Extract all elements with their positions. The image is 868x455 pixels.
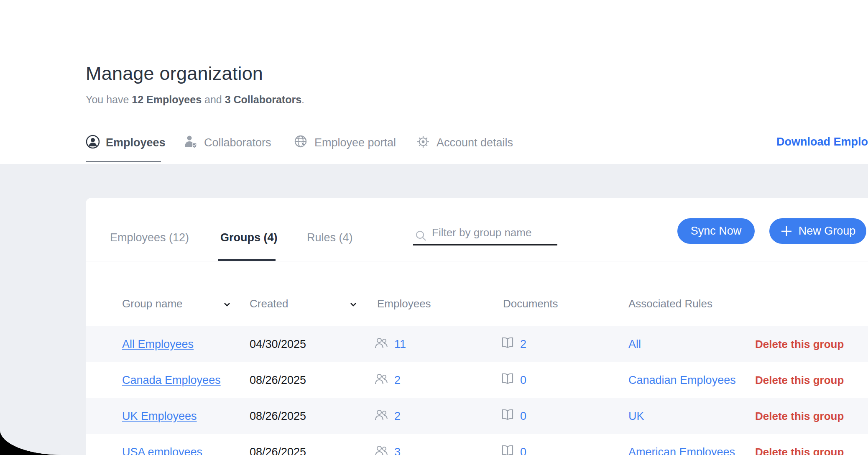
screen: Manage organization You have 12 Employee… <box>0 0 868 455</box>
tab-account-details-label: Account details <box>437 136 513 149</box>
sync-now-button[interactable]: Sync Now <box>677 218 755 244</box>
employee-count-link[interactable]: 2 <box>394 374 401 387</box>
tab-employees-label: Employees <box>106 136 166 149</box>
groups-table-body: All Employees 04/30/2025 11 2 All Delete… <box>86 326 868 455</box>
group-name-link[interactable]: USA employees <box>122 446 202 455</box>
table-row: USA employees 08/26/2025 3 0 American Em… <box>86 434 868 455</box>
document-count-link[interactable]: 0 <box>520 374 526 387</box>
page-title: Manage organization <box>86 63 263 84</box>
associated-rule-link[interactable]: All <box>628 326 641 362</box>
card-tab-employees[interactable]: Employees (12) <box>110 230 189 245</box>
created-date: 08/26/2025 <box>250 362 306 398</box>
people-icon <box>374 445 388 455</box>
gear-icon <box>416 134 431 151</box>
table-row: All Employees 04/30/2025 11 2 All Delete… <box>86 326 868 362</box>
tab-account-details[interactable]: Account details <box>416 133 513 152</box>
open-book-icon <box>501 409 514 424</box>
open-book-icon <box>501 445 514 455</box>
people-icon <box>374 337 388 352</box>
associated-rule-link[interactable]: American Employees <box>628 434 735 455</box>
app-window: Manage organization You have 12 Employee… <box>0 0 868 455</box>
download-employee-link[interactable]: Download Employee <box>776 135 868 148</box>
summary-collaborator-count: 3 Collaborators <box>225 94 301 105</box>
employee-count-link[interactable]: 3 <box>394 446 401 455</box>
column-header-created[interactable]: Created <box>250 297 288 310</box>
column-header-employees: Employees <box>377 297 431 310</box>
tab-collaborators[interactable]: Collaborators <box>183 133 271 152</box>
tab-employee-portal[interactable]: Employee portal <box>294 133 396 152</box>
group-filter <box>413 224 557 246</box>
sync-now-label: Sync Now <box>691 225 742 238</box>
column-header-associated-rules: Associated Rules <box>628 297 712 310</box>
new-group-label: New Group <box>799 225 856 238</box>
page-header: Manage organization You have 12 Employee… <box>0 0 868 164</box>
delete-group-link[interactable]: Delete this group <box>755 398 844 434</box>
delete-group-link[interactable]: Delete this group <box>755 326 844 362</box>
tab-employees[interactable]: Employees <box>86 133 166 152</box>
filter-by-group-name-input[interactable] <box>413 224 557 245</box>
card-tab-groups[interactable]: Groups (4) <box>220 230 278 245</box>
created-date: 08/26/2025 <box>250 434 306 455</box>
document-count-link[interactable]: 2 <box>520 338 526 351</box>
groups-card: Employees (12) Groups (4) Rules (4) Sync… <box>86 198 868 455</box>
summary-employee-count: 12 Employees <box>132 94 202 105</box>
group-name-link[interactable]: UK Employees <box>122 410 197 423</box>
group-name-link[interactable]: Canada Employees <box>122 374 221 387</box>
associated-rule-link[interactable]: UK <box>628 398 644 434</box>
card-tabs-divider <box>86 261 868 261</box>
active-tab-underline <box>86 161 161 162</box>
org-summary: You have 12 Employees and 3 Collaborator… <box>86 94 304 106</box>
group-name-link[interactable]: All Employees <box>122 338 194 351</box>
person-circle-icon <box>86 135 100 151</box>
document-count-link[interactable]: 0 <box>520 446 526 455</box>
new-group-button[interactable]: New Group <box>769 218 866 244</box>
plus-icon <box>780 225 793 238</box>
people-icon <box>374 409 388 424</box>
card-tab-rules[interactable]: Rules (4) <box>307 230 353 245</box>
column-header-group-name[interactable]: Group name <box>122 297 183 310</box>
tab-collaborators-label: Collaborators <box>204 136 271 149</box>
created-date: 04/30/2025 <box>250 326 306 362</box>
globe-cursor-icon <box>294 134 309 151</box>
summary-suffix: . <box>301 94 304 105</box>
open-book-icon <box>501 337 514 352</box>
summary-middle: and <box>202 94 225 105</box>
people-icon <box>374 373 388 388</box>
sort-chevron-group-name[interactable] <box>222 299 232 311</box>
associated-rule-link[interactable]: Canadian Employees <box>628 362 736 398</box>
column-header-documents: Documents <box>503 297 558 310</box>
table-row: UK Employees 08/26/2025 2 0 UK Delete th… <box>86 398 868 434</box>
document-count-link[interactable]: 0 <box>520 410 526 423</box>
tab-employee-portal-label: Employee portal <box>314 136 396 149</box>
summary-prefix: You have <box>86 94 132 105</box>
delete-group-link[interactable]: Delete this group <box>755 434 844 455</box>
open-book-icon <box>501 373 514 388</box>
created-date: 08/26/2025 <box>250 398 306 434</box>
person-shield-icon <box>183 134 198 151</box>
employee-count-link[interactable]: 2 <box>394 410 401 423</box>
delete-group-link[interactable]: Delete this group <box>755 362 844 398</box>
table-row: Canada Employees 08/26/2025 2 0 Canadian… <box>86 362 868 398</box>
sort-chevron-created[interactable] <box>348 299 358 311</box>
employee-count-link[interactable]: 11 <box>394 338 406 351</box>
